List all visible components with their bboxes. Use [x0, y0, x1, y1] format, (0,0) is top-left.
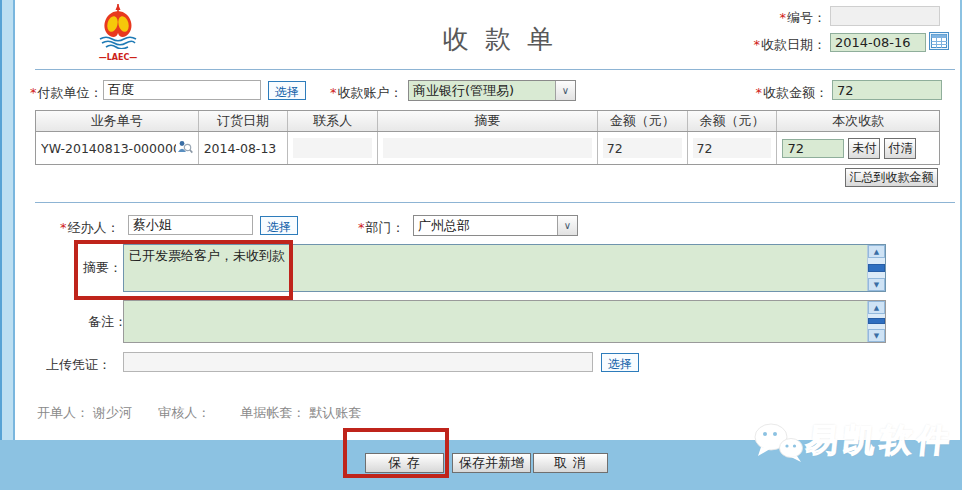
- cell-this-payment: 72 未付 付清: [777, 132, 939, 164]
- calendar-icon[interactable]: [929, 32, 949, 50]
- document-info: 开单人：谢少河 审核人： 单据帐套：默认账套: [37, 404, 365, 422]
- this-payment-input[interactable]: 72: [782, 139, 844, 158]
- col-header-this-payment: 本次收款: [777, 111, 939, 131]
- receipt-form-window: —LAEC— 收 款 单 *编号： *收款日期： 2014-08-16 *付款单…: [0, 0, 962, 490]
- remark-scrollbar[interactable]: ▲ ▼: [867, 301, 885, 342]
- scrollbar-track[interactable]: [868, 258, 885, 278]
- amount-label: *收款金额：: [694, 84, 828, 102]
- col-header-summary: 摘要: [378, 111, 598, 131]
- cell-order-date: 2014-08-13: [199, 132, 289, 164]
- required-asterisk: *: [780, 10, 787, 25]
- cell-order-no: YW-20140813-0000003: [36, 132, 199, 164]
- col-header-balance: 余额（元）: [688, 111, 778, 131]
- table-header-row: 业务单号 订货日期 联系人 摘要 金额（元） 余额（元） 本次收款: [36, 111, 939, 132]
- date-input[interactable]: 2014-08-16: [830, 33, 926, 52]
- page-title: 收 款 单: [390, 22, 610, 57]
- header-divider: [35, 69, 955, 70]
- company-logo: —LAEC—: [92, 3, 144, 59]
- col-header-amount: 金额（元）: [598, 111, 688, 131]
- order-no-value: YW-20140813-0000003: [41, 141, 176, 156]
- account-select[interactable]: 商业银行(管理易) ∨: [408, 80, 576, 101]
- sum-to-amount-button[interactable]: 汇总到收款金额: [845, 168, 938, 187]
- paid-button[interactable]: 付清: [884, 138, 916, 159]
- account-set-value: 默认账套: [309, 405, 361, 420]
- lookup-person-icon[interactable]: [177, 139, 193, 157]
- table-row[interactable]: YW-20140813-0000003 2014-08-13 72: [36, 132, 939, 164]
- scrollbar-thumb[interactable]: [868, 318, 885, 324]
- account-set-label: 单据帐套：: [240, 405, 305, 420]
- laec-logo-icon: [92, 3, 144, 49]
- order-table: 业务单号 订货日期 联系人 摘要 金额（元） 余额（元） 本次收款 YW-201…: [35, 110, 940, 165]
- number-input[interactable]: [830, 6, 940, 26]
- balance-readonly-box: 72: [693, 138, 772, 158]
- required-asterisk: *: [754, 37, 761, 52]
- required-asterisk: *: [330, 85, 337, 100]
- handler-label: *经办人：: [60, 219, 120, 237]
- creator-label: 开单人：: [37, 405, 89, 420]
- contact-readonly-box: [293, 138, 372, 158]
- upload-input[interactable]: [123, 352, 593, 372]
- required-asterisk: *: [358, 220, 365, 235]
- cell-contact: [288, 132, 378, 164]
- handler-select-button[interactable]: 选择: [260, 216, 298, 235]
- number-label: *编号：: [690, 9, 826, 27]
- cell-balance: 72: [688, 132, 778, 164]
- dept-selected-value: 广州总部: [414, 216, 557, 235]
- scroll-up-icon[interactable]: ▲: [868, 301, 885, 314]
- remark-text: [124, 301, 867, 342]
- this-payment-value: 72: [787, 141, 804, 156]
- wechat-icon: [750, 420, 808, 468]
- summary-scrollbar[interactable]: ▲ ▼: [867, 245, 885, 291]
- amount-value: 72: [837, 83, 854, 98]
- required-asterisk: *: [756, 85, 763, 100]
- annotation-box-save: [343, 428, 449, 478]
- dept-select[interactable]: 广州总部 ∨: [413, 215, 578, 236]
- save-and-new-button[interactable]: 保存并新增: [452, 453, 531, 473]
- cancel-button[interactable]: 取 消: [533, 453, 608, 473]
- dept-label: *部门：: [358, 219, 405, 237]
- scrollbar-track[interactable]: [868, 314, 885, 329]
- scrollbar-thumb[interactable]: [868, 264, 885, 272]
- payer-label: *付款单位：: [30, 84, 103, 102]
- scroll-down-icon[interactable]: ▼: [868, 278, 885, 291]
- annotation-box-summary: [74, 240, 293, 300]
- col-header-order-date: 订货日期: [199, 111, 289, 131]
- col-header-order-no: 业务单号: [36, 111, 199, 131]
- date-value: 2014-08-16: [835, 35, 911, 50]
- payer-value: 百度: [108, 81, 134, 99]
- payer-select-button[interactable]: 选择: [268, 81, 306, 100]
- upload-select-button[interactable]: 选择: [601, 353, 639, 372]
- scroll-down-icon[interactable]: ▼: [868, 329, 885, 342]
- col-header-contact: 联系人: [288, 111, 378, 131]
- required-asterisk: *: [30, 85, 37, 100]
- cell-amount: 72: [598, 132, 688, 164]
- payer-input[interactable]: 百度: [103, 80, 261, 100]
- remark-textarea[interactable]: ▲ ▼: [123, 300, 886, 343]
- upload-label: 上传凭证：: [46, 356, 111, 374]
- watermark-text: 易凯软件: [804, 419, 957, 463]
- section-divider: [35, 202, 955, 203]
- chevron-down-icon[interactable]: ∨: [557, 216, 577, 235]
- summary-readonly-box: [383, 138, 592, 158]
- remark-label: 备注：: [88, 313, 127, 331]
- left-edge-strip: [0, 0, 15, 490]
- required-asterisk: *: [60, 220, 67, 235]
- account-label: *收款账户：: [330, 84, 403, 102]
- cell-summary: [378, 132, 598, 164]
- unpaid-button[interactable]: 未付: [848, 138, 880, 159]
- handler-input[interactable]: 蔡小姐: [128, 215, 253, 235]
- amount-input[interactable]: 72: [832, 80, 942, 100]
- handler-value: 蔡小姐: [133, 216, 172, 234]
- date-label: *收款日期：: [650, 36, 826, 54]
- creator-value: 谢少河: [93, 405, 132, 420]
- amount-readonly-box: 72: [603, 138, 682, 158]
- auditor-label: 审核人：: [158, 405, 210, 420]
- chevron-down-icon[interactable]: ∨: [555, 81, 575, 100]
- logo-text: —LAEC—: [92, 53, 144, 62]
- scroll-up-icon[interactable]: ▲: [868, 245, 885, 258]
- account-selected-value: 商业银行(管理易): [409, 81, 555, 100]
